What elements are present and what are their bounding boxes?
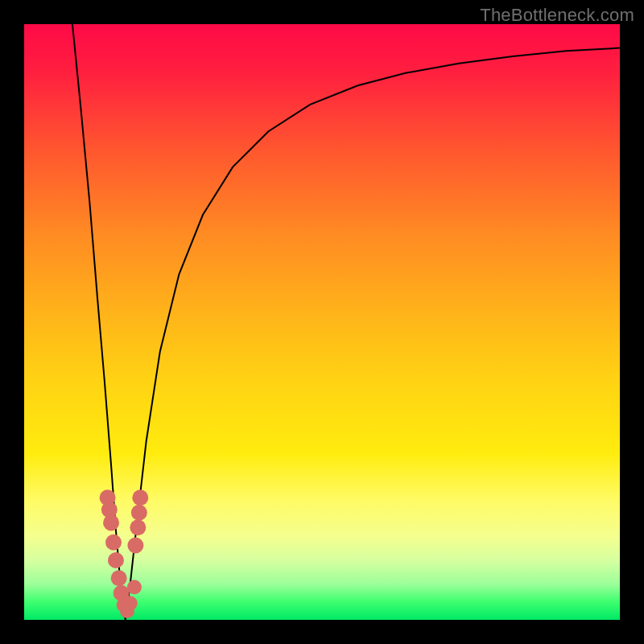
marker-point	[130, 519, 146, 535]
marker-point	[131, 505, 147, 521]
marker-point	[103, 514, 119, 530]
chart-overlay	[24, 24, 620, 620]
curve-left-branch	[72, 24, 126, 620]
marker-point	[132, 489, 148, 506]
plot-area	[24, 24, 620, 620]
marker-point	[111, 570, 127, 586]
curve-right-branch	[126, 48, 620, 620]
marker-point	[127, 580, 142, 594]
marker-point	[105, 535, 122, 551]
watermark-text: TheBottleneck.com	[480, 5, 634, 26]
marker-point	[108, 552, 124, 568]
chart-frame: TheBottleneck.com	[0, 0, 644, 644]
marker-point	[127, 538, 143, 554]
marker-cluster	[100, 489, 149, 618]
marker-point	[123, 596, 138, 610]
